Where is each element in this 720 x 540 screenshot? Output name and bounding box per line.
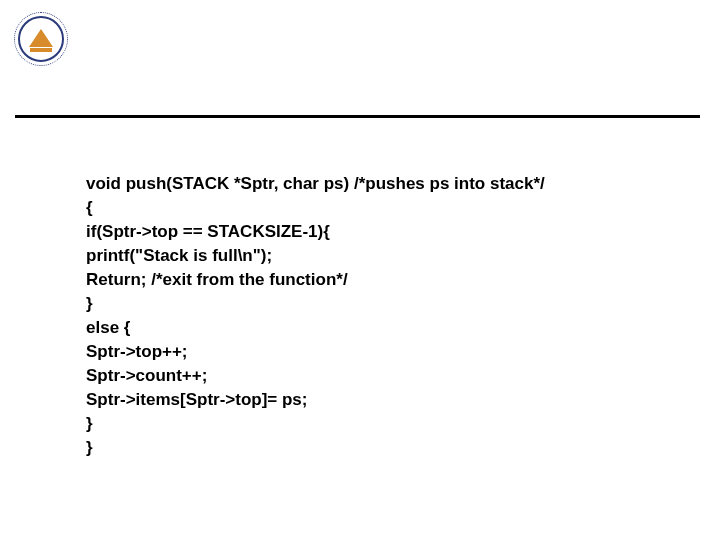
code-line: Sptr->items[Sptr->top]= ps; (86, 390, 308, 409)
code-line: } (86, 294, 93, 313)
code-line: printf("Stack is full\n"); (86, 246, 272, 265)
code-line: Sptr->top++; (86, 342, 188, 361)
code-line: } (86, 414, 93, 433)
horizontal-divider (15, 115, 700, 118)
code-line: { (86, 198, 93, 217)
code-line: else { (86, 318, 130, 337)
code-line: Sptr->count++; (86, 366, 207, 385)
university-logo (14, 12, 68, 66)
code-line: void push(STACK *Sptr, char ps) /*pushes… (86, 174, 545, 193)
code-line: } (86, 438, 93, 457)
code-line: Return; /*exit from the function*/ (86, 270, 348, 289)
code-line: if(Sptr->top == STACKSIZE-1){ (86, 222, 330, 241)
code-block: void push(STACK *Sptr, char ps) /*pushes… (86, 148, 680, 460)
